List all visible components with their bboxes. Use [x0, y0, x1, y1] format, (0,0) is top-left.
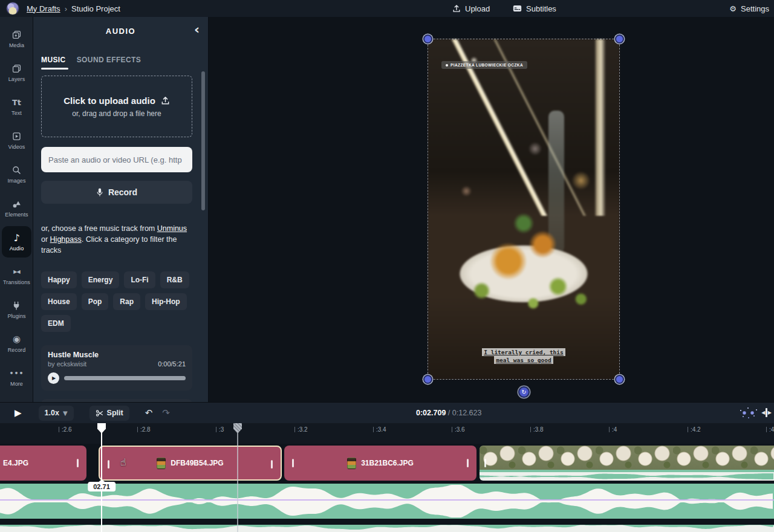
volume-line[interactable]	[0, 499, 774, 501]
trim-handle-right[interactable]	[77, 459, 79, 467]
timeline: :2.6:2.8:3:3.2:3.4:3.6:3.8:4:4.2:4.4 E4.…	[0, 423, 774, 532]
sidebar-item-label: Videos	[8, 144, 25, 150]
video-clip-filmstrip[interactable]	[480, 446, 774, 481]
collapse-panel-icon[interactable]: ‹	[194, 23, 200, 36]
timeline-clip[interactable]: E4.JPG	[0, 446, 86, 481]
category-chip-edm[interactable]: EDM	[41, 315, 71, 332]
track-progress-bar[interactable]	[64, 376, 186, 380]
ruler-tick: :4	[609, 427, 617, 433]
clip-thumbnail	[157, 458, 166, 469]
panel-scrollbar[interactable]	[201, 71, 205, 210]
sidebar-item-label: Audio	[10, 245, 24, 251]
sidebar-item-audio[interactable]: ♪Audio	[0, 225, 33, 259]
audio-url-input[interactable]	[41, 147, 192, 172]
video-layer[interactable]: PIAZZETKA LUBOWIECKIE OCZKA I literally …	[428, 39, 619, 379]
breadcrumb-my-drafts[interactable]: My Drafts	[27, 4, 60, 13]
videos-icon	[11, 131, 22, 142]
audio-track-2-waveform[interactable]	[0, 525, 774, 532]
category-chip-house[interactable]: House	[41, 293, 77, 310]
total-time: 0:12.623	[452, 409, 482, 417]
caption-text[interactable]: I literally cried, this meal was so good	[428, 349, 619, 365]
elements-icon	[11, 199, 22, 210]
trim-handle-right[interactable]	[467, 459, 469, 467]
upload-tray-icon	[161, 96, 170, 105]
category-chips: HappyEnergyLo-FiR&BHousePopRapHip-HopEDM	[41, 271, 196, 332]
video-frame-image	[428, 39, 619, 379]
music-track-card[interactable]: Hustle Muscle by eckskwisit 0:00/5:21 ▶	[41, 345, 192, 391]
upload-icon	[452, 4, 461, 13]
track-time: 0:00/5:21	[158, 360, 186, 368]
sidebar-nav: MediaLayersTtTextVideosImagesElements♪Au…	[0, 17, 33, 402]
record-icon: ◉	[13, 334, 21, 345]
sidebar-item-label: Record	[8, 347, 26, 353]
subtitles-button[interactable]: Subtitles	[513, 4, 556, 13]
sidebar-item-label: Plugins	[7, 313, 25, 319]
tab-sound-effects[interactable]: SOUND EFFECTS	[77, 56, 141, 70]
breadcrumb: My Drafts›Studio Project	[27, 4, 120, 13]
playback-speed-button[interactable]: 1.0x ▼	[39, 406, 74, 421]
upload-audio-dropzone[interactable]: Click to upload audio or, drag and drop …	[41, 76, 192, 137]
sidebar-item-videos[interactable]: Videos	[0, 123, 33, 157]
undo-icon[interactable]: ↶	[145, 407, 153, 418]
track-artist: by eckskwisit	[48, 360, 86, 368]
transitions-icon: ▶◀	[13, 267, 19, 277]
sidebar-item-layers[interactable]: Layers	[0, 56, 33, 89]
text-icon: Tt	[12, 97, 21, 108]
category-chip-r&b[interactable]: R&B	[160, 271, 189, 288]
category-chip-happy[interactable]: Happy	[41, 271, 77, 288]
time-display: 0:02.709 / 0:12.623	[416, 409, 481, 417]
audio-track-waveform[interactable]	[0, 484, 774, 519]
sidebar-item-elements[interactable]: Elements	[0, 191, 33, 225]
breadcrumb-separator: ›	[65, 4, 67, 13]
avatar[interactable]	[6, 2, 19, 15]
unminus-link[interactable]: Unminus	[157, 224, 187, 233]
sidebar-item-media[interactable]: Media	[0, 22, 33, 56]
resize-handle-bottom-left[interactable]	[423, 375, 432, 384]
sidebar-item-images[interactable]: Images	[0, 157, 33, 191]
timeline-clip[interactable]: 31B21BC6.JPG	[284, 446, 476, 481]
category-chip-pop[interactable]: Pop	[82, 293, 109, 310]
split-button[interactable]: Split	[89, 406, 129, 421]
upload-button[interactable]: Upload	[452, 4, 490, 13]
highpass-link[interactable]: Highpass	[50, 235, 82, 244]
sidebar-item-record[interactable]: ◉Record	[0, 326, 33, 360]
current-time: 0:02.709	[416, 409, 446, 417]
settings-button[interactable]: ⚙ Settings	[729, 4, 769, 13]
category-chip-lo-fi[interactable]: Lo-Fi	[124, 271, 155, 288]
category-chip-energy[interactable]: Energy	[82, 271, 120, 288]
ruler-tick: :2.8	[137, 427, 151, 433]
ruler-tick: :3.4	[373, 427, 386, 433]
rotate-handle[interactable]: ↻	[518, 386, 530, 398]
chevron-down-icon: ▼	[63, 410, 68, 417]
timeline-clip-selected[interactable]: DFB49B54.JPG ☝	[99, 446, 282, 481]
resize-handle-top-left[interactable]	[423, 34, 432, 44]
category-chip-hip-hop[interactable]: Hip-Hop	[145, 293, 187, 310]
sparkle-effect	[739, 407, 757, 418]
sidebar-item-text[interactable]: TtText	[0, 89, 33, 123]
sidebar-item-plugins[interactable]: Plugins	[0, 293, 33, 326]
ruler-tick: :4.4	[766, 427, 774, 433]
record-audio-button[interactable]: Record	[41, 181, 192, 204]
tab-music[interactable]: MUSIC	[41, 56, 66, 70]
location-sticker[interactable]: PIAZZETKA LUBOWIECKIE OCZKA	[441, 61, 527, 69]
sidebar-item-transitions[interactable]: ▶◀Transitions	[0, 259, 33, 293]
dropzone-subtitle: or, drag and drop a file here	[72, 109, 161, 118]
timeline-ruler[interactable]: :2.6:2.8:3:3.2:3.4:3.6:3.8:4:4.2:4.4	[0, 423, 774, 444]
sidebar-item-more[interactable]: •••More	[0, 360, 33, 394]
resize-handle-top-right[interactable]	[615, 34, 624, 44]
track-play-button[interactable]: ▶	[48, 372, 59, 384]
sidebar-item-label: Images	[7, 178, 25, 184]
category-chip-rap[interactable]: Rap	[113, 293, 140, 310]
trim-handle-right[interactable]	[271, 460, 273, 469]
track-title: Hustle Muscle	[48, 351, 186, 359]
play-button[interactable]: ▶	[15, 407, 22, 418]
dropzone-title: Click to upload audio	[63, 96, 155, 106]
trim-handle-left[interactable]	[484, 459, 486, 467]
preview-canvas[interactable]: PIAZZETKA LUBOWIECKIE OCZKA I literally …	[209, 17, 774, 402]
trim-handle-left[interactable]	[108, 460, 109, 469]
redo-icon[interactable]: ↷	[162, 407, 170, 418]
timeline-fit-zoom-icon[interactable]: ◀▶	[761, 408, 772, 417]
trim-handle-left[interactable]	[292, 459, 294, 467]
media-icon	[11, 30, 22, 41]
resize-handle-bottom-right[interactable]	[615, 375, 624, 384]
